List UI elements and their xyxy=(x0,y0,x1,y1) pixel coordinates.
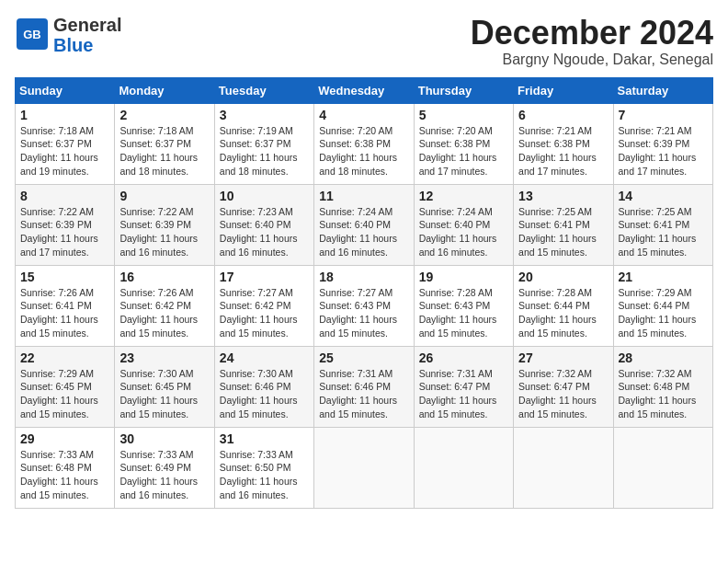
logo-text: General Blue xyxy=(53,15,121,55)
day-info: Sunrise: 7:24 AM Sunset: 6:40 PM Dayligh… xyxy=(319,205,408,259)
day-info: Sunrise: 7:23 AM Sunset: 6:40 PM Dayligh… xyxy=(220,205,309,259)
table-row: 10Sunrise: 7:23 AM Sunset: 6:40 PM Dayli… xyxy=(214,184,313,265)
table-row: 29Sunrise: 7:33 AM Sunset: 6:48 PM Dayli… xyxy=(16,427,115,508)
day-number: 8 xyxy=(20,189,109,203)
logo: GB General Blue xyxy=(15,15,121,55)
day-info: Sunrise: 7:32 AM Sunset: 6:48 PM Dayligh… xyxy=(619,367,708,421)
day-info: Sunrise: 7:26 AM Sunset: 6:41 PM Dayligh… xyxy=(20,286,109,340)
table-row: 27Sunrise: 7:32 AM Sunset: 6:47 PM Dayli… xyxy=(514,346,613,427)
table-row: 23Sunrise: 7:30 AM Sunset: 6:45 PM Dayli… xyxy=(115,346,214,427)
day-number: 29 xyxy=(20,431,109,446)
table-row xyxy=(314,427,414,508)
table-row: 30Sunrise: 7:33 AM Sunset: 6:49 PM Dayli… xyxy=(115,427,214,508)
day-info: Sunrise: 7:21 AM Sunset: 6:39 PM Dayligh… xyxy=(619,124,708,178)
logo-general: General xyxy=(53,15,121,35)
calendar-week-row: 1Sunrise: 7:18 AM Sunset: 6:37 PM Daylig… xyxy=(16,103,713,184)
day-info: Sunrise: 7:32 AM Sunset: 6:47 PM Dayligh… xyxy=(518,367,608,421)
day-info: Sunrise: 7:18 AM Sunset: 6:37 PM Dayligh… xyxy=(119,124,209,178)
table-row: 17Sunrise: 7:27 AM Sunset: 6:42 PM Dayli… xyxy=(214,265,313,346)
day-number: 4 xyxy=(319,108,408,122)
calendar-table: Sunday Monday Tuesday Wednesday Thursday… xyxy=(15,77,713,509)
day-number: 9 xyxy=(119,189,209,203)
title-area: December 2024 Bargny Ngoude, Dakar, Sene… xyxy=(471,15,713,68)
day-info: Sunrise: 7:20 AM Sunset: 6:38 PM Dayligh… xyxy=(319,124,408,178)
day-number: 1 xyxy=(20,108,109,122)
table-row: 19Sunrise: 7:28 AM Sunset: 6:43 PM Dayli… xyxy=(414,265,513,346)
day-info: Sunrise: 7:21 AM Sunset: 6:38 PM Dayligh… xyxy=(518,124,608,178)
table-row: 2Sunrise: 7:18 AM Sunset: 6:37 PM Daylig… xyxy=(115,103,214,184)
day-number: 23 xyxy=(119,350,209,365)
col-wednesday: Wednesday xyxy=(314,77,414,103)
day-number: 18 xyxy=(319,270,408,284)
table-row: 18Sunrise: 7:27 AM Sunset: 6:43 PM Dayli… xyxy=(314,265,414,346)
day-info: Sunrise: 7:30 AM Sunset: 6:45 PM Dayligh… xyxy=(119,367,209,421)
day-number: 13 xyxy=(518,189,608,203)
calendar-header-row: Sunday Monday Tuesday Wednesday Thursday… xyxy=(16,77,713,103)
day-info: Sunrise: 7:25 AM Sunset: 6:41 PM Dayligh… xyxy=(619,205,708,259)
day-number: 24 xyxy=(220,350,309,365)
table-row: 21Sunrise: 7:29 AM Sunset: 6:44 PM Dayli… xyxy=(613,265,712,346)
day-info: Sunrise: 7:25 AM Sunset: 6:41 PM Dayligh… xyxy=(518,205,608,259)
day-number: 11 xyxy=(319,189,408,203)
day-number: 22 xyxy=(20,350,109,365)
day-info: Sunrise: 7:27 AM Sunset: 6:43 PM Dayligh… xyxy=(319,286,408,340)
table-row: 14Sunrise: 7:25 AM Sunset: 6:41 PM Dayli… xyxy=(613,184,712,265)
table-row xyxy=(613,427,712,508)
logo-blue: Blue xyxy=(53,35,93,55)
table-row: 25Sunrise: 7:31 AM Sunset: 6:46 PM Dayli… xyxy=(314,346,414,427)
table-row: 20Sunrise: 7:28 AM Sunset: 6:44 PM Dayli… xyxy=(514,265,613,346)
day-info: Sunrise: 7:22 AM Sunset: 6:39 PM Dayligh… xyxy=(20,205,109,259)
day-number: 10 xyxy=(220,189,309,203)
day-number: 30 xyxy=(119,431,209,446)
header: GB General Blue December 2024 Bargny Ngo… xyxy=(15,15,713,68)
day-info: Sunrise: 7:19 AM Sunset: 6:37 PM Dayligh… xyxy=(220,124,309,178)
col-thursday: Thursday xyxy=(414,77,513,103)
day-number: 25 xyxy=(319,350,408,365)
day-number: 14 xyxy=(619,189,708,203)
day-number: 20 xyxy=(518,270,608,284)
day-info: Sunrise: 7:33 AM Sunset: 6:48 PM Dayligh… xyxy=(20,448,109,502)
day-info: Sunrise: 7:29 AM Sunset: 6:45 PM Dayligh… xyxy=(20,367,109,421)
day-number: 5 xyxy=(419,108,508,122)
calendar-week-row: 8Sunrise: 7:22 AM Sunset: 6:39 PM Daylig… xyxy=(16,184,713,265)
day-number: 12 xyxy=(419,189,508,203)
day-info: Sunrise: 7:24 AM Sunset: 6:40 PM Dayligh… xyxy=(419,205,508,259)
table-row: 26Sunrise: 7:31 AM Sunset: 6:47 PM Dayli… xyxy=(414,346,513,427)
table-row: 16Sunrise: 7:26 AM Sunset: 6:42 PM Dayli… xyxy=(115,265,214,346)
day-number: 28 xyxy=(619,350,708,365)
table-row: 3Sunrise: 7:19 AM Sunset: 6:37 PM Daylig… xyxy=(214,103,313,184)
month-title: December 2024 xyxy=(471,15,713,52)
table-row xyxy=(514,427,613,508)
day-info: Sunrise: 7:30 AM Sunset: 6:46 PM Dayligh… xyxy=(220,367,309,421)
table-row: 22Sunrise: 7:29 AM Sunset: 6:45 PM Dayli… xyxy=(16,346,115,427)
table-row xyxy=(414,427,513,508)
page-wrapper: GB General Blue December 2024 Bargny Ngo… xyxy=(15,15,713,509)
table-row: 6Sunrise: 7:21 AM Sunset: 6:38 PM Daylig… xyxy=(514,103,613,184)
col-tuesday: Tuesday xyxy=(214,77,313,103)
svg-text:GB: GB xyxy=(23,28,41,41)
day-number: 27 xyxy=(518,350,608,365)
table-row: 5Sunrise: 7:20 AM Sunset: 6:38 PM Daylig… xyxy=(414,103,513,184)
day-number: 21 xyxy=(619,270,708,284)
table-row: 7Sunrise: 7:21 AM Sunset: 6:39 PM Daylig… xyxy=(613,103,712,184)
table-row: 31Sunrise: 7:33 AM Sunset: 6:50 PM Dayli… xyxy=(214,427,313,508)
day-number: 31 xyxy=(220,431,309,446)
day-number: 6 xyxy=(518,108,608,122)
location-title: Bargny Ngoude, Dakar, Senegal xyxy=(471,52,713,68)
day-number: 15 xyxy=(20,270,109,284)
table-row: 24Sunrise: 7:30 AM Sunset: 6:46 PM Dayli… xyxy=(214,346,313,427)
day-number: 19 xyxy=(419,270,508,284)
day-info: Sunrise: 7:22 AM Sunset: 6:39 PM Dayligh… xyxy=(119,205,209,259)
day-number: 16 xyxy=(119,270,209,284)
day-info: Sunrise: 7:28 AM Sunset: 6:44 PM Dayligh… xyxy=(518,286,608,340)
day-info: Sunrise: 7:29 AM Sunset: 6:44 PM Dayligh… xyxy=(619,286,708,340)
logo-icon: GB xyxy=(15,15,50,55)
table-row: 13Sunrise: 7:25 AM Sunset: 6:41 PM Dayli… xyxy=(514,184,613,265)
table-row: 1Sunrise: 7:18 AM Sunset: 6:37 PM Daylig… xyxy=(16,103,115,184)
day-info: Sunrise: 7:26 AM Sunset: 6:42 PM Dayligh… xyxy=(119,286,209,340)
table-row: 15Sunrise: 7:26 AM Sunset: 6:41 PM Dayli… xyxy=(16,265,115,346)
calendar-week-row: 15Sunrise: 7:26 AM Sunset: 6:41 PM Dayli… xyxy=(16,265,713,346)
calendar-week-row: 22Sunrise: 7:29 AM Sunset: 6:45 PM Dayli… xyxy=(16,346,713,427)
day-info: Sunrise: 7:28 AM Sunset: 6:43 PM Dayligh… xyxy=(419,286,508,340)
day-info: Sunrise: 7:20 AM Sunset: 6:38 PM Dayligh… xyxy=(419,124,508,178)
